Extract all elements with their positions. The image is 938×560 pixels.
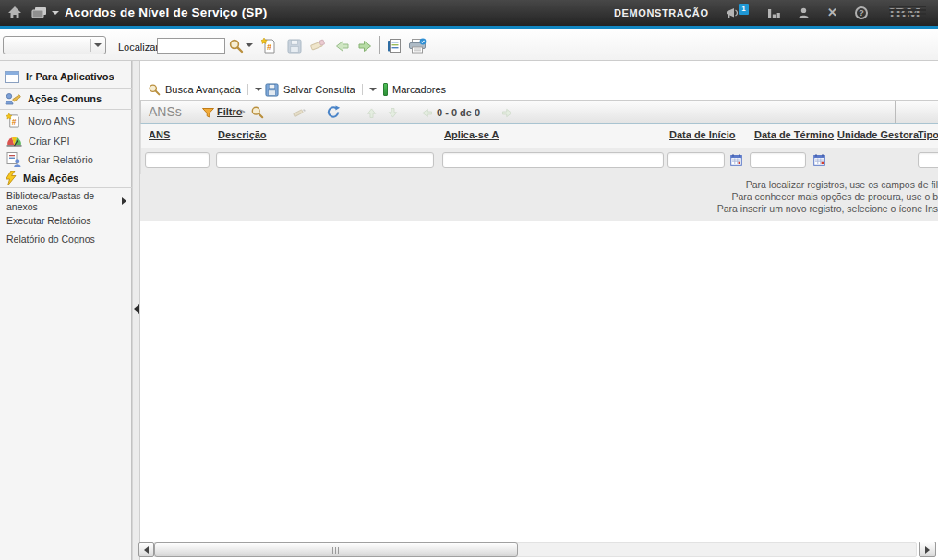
column-header-tipo[interactable]: Tipo [918, 129, 938, 140]
search-options-caret-icon[interactable] [246, 43, 253, 47]
sidebar-common-actions-header[interactable]: Ações Comuns [0, 89, 132, 110]
save-query-button[interactable]: Salvar Consulta [265, 81, 377, 98]
horizontal-scrollbar-thumb[interactable] [154, 542, 518, 557]
refresh-icon[interactable] [326, 105, 341, 119]
column-header-ans[interactable]: ANS [149, 129, 170, 140]
next-page-icon [501, 107, 513, 119]
reports-chart-icon[interactable] [767, 7, 781, 19]
scroll-left-icon [144, 546, 149, 554]
bookmarks-button[interactable]: Marcadores [383, 81, 446, 98]
bar-divider [895, 101, 896, 123]
previous-record-button[interactable] [332, 37, 351, 54]
ibm-logo: IBM [889, 6, 926, 20]
dropdown-caret-icon [94, 43, 102, 47]
notification-badge: 1 [739, 4, 749, 15]
search-icon [148, 83, 161, 96]
find-toolbar: Localizar: # [0, 29, 938, 61]
edit-pencil-icon [293, 107, 307, 119]
search-icon[interactable] [226, 37, 245, 54]
column-header-data-inicio[interactable]: Data de Início [669, 129, 736, 140]
people-pencil-icon [5, 92, 21, 105]
previous-page-icon [421, 107, 433, 119]
sidebar-more-actions-header[interactable]: Mais Ações [0, 169, 132, 188]
column-header-descricao[interactable]: Descrição [218, 129, 267, 140]
app-title: Acordos de Nível de Serviço (SP) [65, 6, 267, 19]
logout-close-icon[interactable]: ✕ [827, 6, 837, 19]
move-up-icon [366, 107, 378, 119]
sidebar: Ir Para Aplicativos Ações Comuns # Novo … [0, 61, 132, 560]
column-header-unidade-gestora[interactable]: Unidade Gestora [837, 129, 919, 140]
filter-expand-icon[interactable]: > [239, 106, 245, 117]
report-icon [6, 152, 21, 167]
scroll-right-icon [925, 546, 930, 554]
scrollbar-grip-icon [332, 547, 340, 554]
filter-input-descricao[interactable] [216, 152, 434, 168]
profile-icon[interactable] [798, 7, 810, 19]
app-switcher-caret-icon[interactable] [52, 11, 59, 15]
sidebar-item-criar-kpi[interactable]: Criar KPI [0, 131, 132, 150]
home-icon[interactable] [7, 6, 22, 19]
next-record-button[interactable] [355, 37, 374, 54]
filter-funnel-icon [202, 108, 214, 118]
sidebar-item-biblioteca-anexos[interactable]: Biblioteca/Pastas de anexos [0, 193, 132, 209]
bookmark-icon [383, 83, 388, 96]
save-query-caret-icon[interactable] [369, 88, 377, 91]
column-header-aplica-se-a[interactable]: Aplica-se A [444, 129, 499, 140]
help-line-3: Para inserir um novo registro, selecione… [717, 203, 938, 215]
svg-text:#: # [12, 117, 17, 126]
filter-input-tipo[interactable] [918, 152, 938, 168]
calendar-icon-data-termino[interactable] [813, 154, 825, 166]
new-record-icon: # [6, 113, 21, 128]
advanced-search-button[interactable]: Busca Avançada [148, 81, 262, 98]
filter-input-ans[interactable] [145, 152, 210, 168]
filter-input-aplica-se-a[interactable] [442, 152, 664, 168]
nav-history-dropdown[interactable] [3, 36, 106, 54]
clear-changes-button[interactable] [308, 37, 327, 54]
sidebar-splitter[interactable] [132, 61, 140, 560]
column-header-row: ANS Descrição Aplica-se A Data de Início… [140, 124, 938, 148]
filter-input-data-inicio[interactable] [667, 152, 725, 168]
reports-button[interactable] [385, 37, 403, 54]
lightning-icon [5, 171, 17, 185]
help-icon[interactable]: ? [855, 6, 868, 19]
svg-text:#: # [267, 42, 271, 52]
table-title: ANSs [149, 104, 182, 119]
help-line-1: Para localizar registros, use os campos … [717, 179, 938, 191]
find-input[interactable] [157, 38, 225, 54]
scroll-left-button[interactable] [138, 542, 154, 557]
calendar-icon-data-inicio[interactable] [730, 154, 742, 166]
print-button[interactable] [407, 37, 427, 54]
sidebar-go-to-applications[interactable]: Ir Para Aplicativos [0, 66, 132, 89]
sidebar-item-novo-ans[interactable]: # Novo ANS [0, 111, 132, 131]
localizar-label: Localizar: [118, 42, 162, 53]
help-line-2: Para conhecer mais opções de procura, us… [717, 191, 938, 203]
pagination-count: 0 - 0 de 0 [437, 107, 480, 118]
save-icon [265, 83, 279, 97]
sidebar-item-relatorio-cognos[interactable]: Relatório do Cognos [0, 231, 132, 247]
scroll-right-button[interactable] [919, 542, 936, 557]
window-icon [5, 71, 19, 83]
topbar: Acordos de Nível de Serviço (SP) DEMONST… [0, 0, 938, 26]
new-record-button[interactable]: # [259, 37, 278, 54]
filter-row [140, 148, 938, 174]
environment-label: DEMONSTRAÇÃO [614, 7, 709, 18]
table-search-icon[interactable] [250, 105, 264, 119]
submenu-arrow-icon [122, 197, 126, 205]
filter-input-data-termino[interactable] [750, 152, 806, 168]
results-table-header-bar: ANSs Filtro > [140, 100, 938, 124]
collapse-sidebar-icon[interactable] [134, 304, 139, 314]
app-switcher-icon[interactable] [31, 6, 47, 18]
move-down-icon [387, 107, 399, 119]
save-button[interactable] [285, 37, 304, 54]
sidebar-item-executar-relatorios[interactable]: Executar Relatórios [0, 212, 132, 229]
empty-results-help: Para localizar registros, use os campos … [140, 174, 938, 221]
gauge-icon [6, 136, 22, 147]
toolbar-separator [379, 36, 380, 54]
column-header-data-termino[interactable]: Data de Término [754, 129, 834, 140]
sidebar-item-criar-relatorio[interactable]: Criar Relatório [0, 150, 132, 169]
advanced-search-caret-icon[interactable] [255, 88, 262, 91]
